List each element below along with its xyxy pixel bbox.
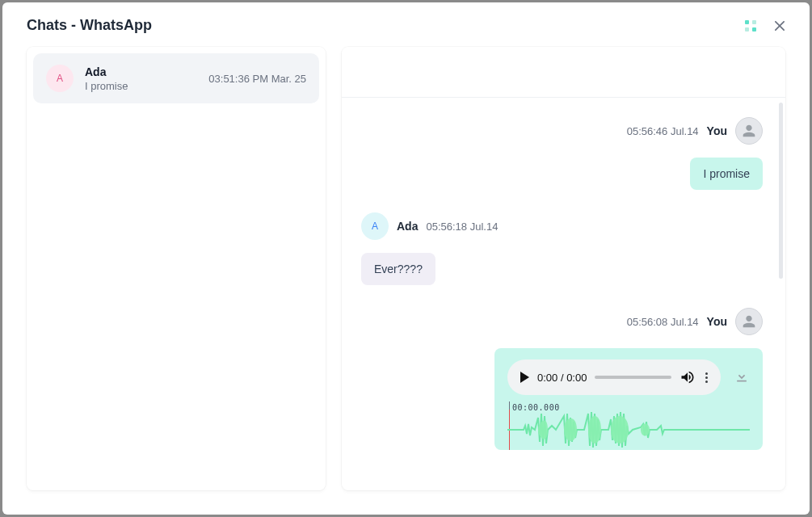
avatar: A xyxy=(361,212,389,240)
chat-item-main: Ada I promise xyxy=(85,65,197,92)
header-actions xyxy=(745,20,785,32)
messages-area: 05:56:46 Jul.14 You I promise xyxy=(342,98,785,490)
waveform-svg xyxy=(507,410,750,450)
waveform[interactable]: 00:00.000 xyxy=(507,401,750,450)
chat-item-preview: I promise xyxy=(85,80,197,92)
avatar-icon xyxy=(735,308,763,335)
chat-item-name: Ada xyxy=(85,65,197,78)
bubble-row: I promise xyxy=(361,158,763,190)
expand-icon[interactable] xyxy=(745,20,756,32)
message-header: A Ada 05:56:18 Jul.14 xyxy=(361,212,763,240)
message-bubble: I promise xyxy=(690,158,763,190)
player-time: 0:00 / 0:00 xyxy=(537,372,587,384)
message-block: 05:56:46 Jul.14 You I promise xyxy=(361,117,763,190)
message-author: Ada xyxy=(397,220,418,233)
message-block: A Ada 05:56:18 Jul.14 Ever???? xyxy=(361,212,763,285)
voice-top-row: 0:00 / 0:00 xyxy=(507,359,750,395)
scrollbar[interactable] xyxy=(779,103,783,279)
modal-body: A Ada I promise 03:51:36 PM Mar. 25 05:5… xyxy=(2,47,810,515)
play-icon[interactable] xyxy=(520,372,529,383)
message-time: 05:56:18 Jul.14 xyxy=(426,221,498,233)
bubble-row: Ever???? xyxy=(361,253,763,285)
messages-scroll[interactable]: 05:56:46 Jul.14 You I promise xyxy=(342,98,779,490)
chat-panel: 05:56:46 Jul.14 You I promise xyxy=(342,47,785,490)
chat-list-item[interactable]: A Ada I promise 03:51:36 PM Mar. 25 xyxy=(33,53,319,103)
message-header: 05:56:46 Jul.14 You xyxy=(361,117,763,145)
chat-item-time: 03:51:36 PM Mar. 25 xyxy=(208,73,306,85)
chat-list-panel: A Ada I promise 03:51:36 PM Mar. 25 xyxy=(27,47,326,490)
waveform-tick xyxy=(509,401,510,410)
modal-header: Chats - WhatsApp xyxy=(2,2,810,47)
message-author: You xyxy=(707,315,727,328)
audio-player[interactable]: 0:00 / 0:00 xyxy=(507,359,721,395)
voice-message: 0:00 / 0:00 xyxy=(494,348,763,450)
close-icon[interactable] xyxy=(774,20,785,32)
volume-icon[interactable] xyxy=(679,369,696,385)
message-block: 05:56:08 Jul.14 You 0:00 / 0:00 xyxy=(361,308,763,450)
message-bubble: Ever???? xyxy=(361,253,435,285)
message-header: 05:56:08 Jul.14 You xyxy=(361,308,763,335)
message-author: You xyxy=(707,124,727,137)
window-title: Chats - WhatsApp xyxy=(27,17,152,34)
avatar: A xyxy=(46,65,74,92)
chat-panel-header xyxy=(342,47,785,98)
avatar-icon xyxy=(735,117,763,145)
message-time: 05:56:46 Jul.14 xyxy=(627,125,699,137)
modal-window: Chats - WhatsApp A Ada I promise 03:51:3… xyxy=(2,2,810,515)
message-time: 05:56:08 Jul.14 xyxy=(627,316,699,328)
more-icon[interactable] xyxy=(704,372,709,383)
download-icon[interactable] xyxy=(734,368,750,387)
progress-bar[interactable] xyxy=(595,376,671,379)
